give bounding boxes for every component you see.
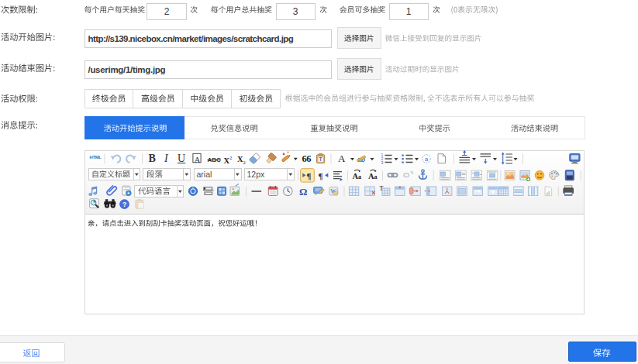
svg-text:a: a (374, 173, 378, 180)
svg-text:3: 3 (381, 160, 384, 165)
svg-text:¶: ¶ (319, 171, 323, 180)
svg-text:a: a (425, 156, 429, 163)
svg-text:T: T (319, 156, 322, 162)
svg-text:a: a (358, 173, 361, 180)
svg-text:¶: ¶ (307, 171, 312, 180)
svg-text:?: ? (122, 201, 126, 208)
svg-text:Ω: Ω (299, 186, 307, 197)
